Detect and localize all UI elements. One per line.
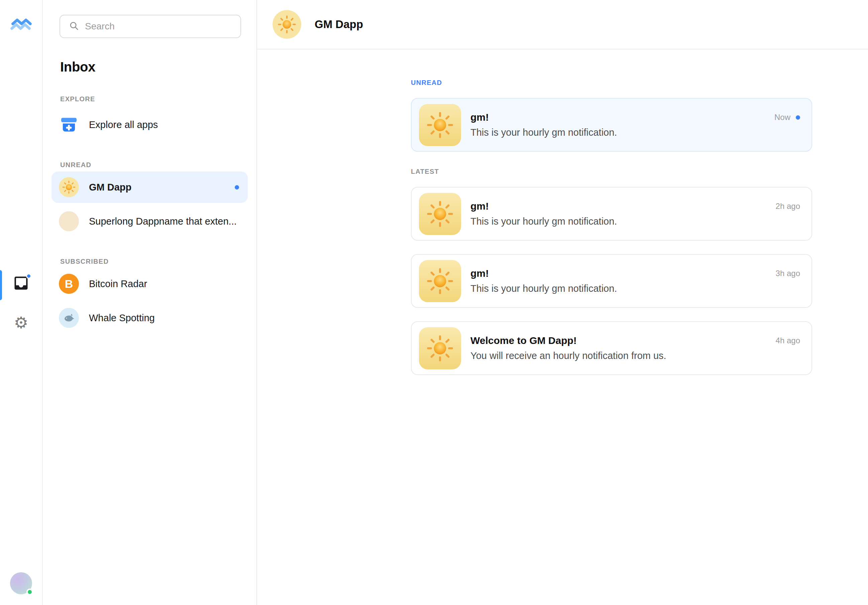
sidebar: Inbox EXPLORE Explore all apps UNREAD — [43, 0, 257, 605]
sun-icon — [419, 327, 461, 369]
notification-body: This is your hourly gm notification. — [470, 216, 800, 227]
notification-title: gm! — [470, 201, 489, 212]
sidebar-item-label: Superlong Dappname that exten... — [89, 216, 240, 227]
online-status-dot — [26, 589, 33, 595]
notification-content: gm! Now This is your hourly gm notificat… — [470, 111, 800, 138]
gear-icon: ⚙ — [14, 314, 28, 331]
section-label-subscribed: SUBSCRIBED — [60, 258, 242, 265]
notification-body: You will receive an hourly notification … — [470, 350, 800, 361]
whale-icon — [59, 308, 79, 328]
rail-item-settings[interactable]: ⚙ — [10, 311, 32, 334]
bitcoin-icon: B — [59, 274, 79, 294]
group-label-unread: UNREAD — [411, 79, 812, 87]
inbox-unread-dot — [26, 274, 31, 279]
app-window: ⚙ Inbox EXPLORE — [0, 0, 868, 605]
gm-dapp-avatar — [273, 10, 301, 39]
sidebar-item-label: Whale Spotting — [89, 313, 240, 323]
group-label-latest: LATEST — [411, 168, 812, 175]
sidebar-item-explore-all-apps[interactable]: Explore all apps — [51, 109, 248, 141]
sidebar-item-superlong-dappname[interactable]: Superlong Dappname that exten... — [51, 206, 248, 237]
sidebar-item-label: Bitcoin Radar — [89, 279, 240, 289]
sidebar-item-label: GM Dapp — [89, 182, 225, 193]
search-box[interactable] — [59, 15, 241, 38]
notification-body: This is your hourly gm notification. — [470, 127, 800, 138]
sidebar-item-whale-spotting[interactable]: Whale Spotting — [51, 302, 248, 334]
notification-card[interactable]: gm! 2h ago This is your hourly gm notifi… — [411, 187, 812, 241]
account-avatar[interactable] — [10, 572, 32, 594]
sun-icon — [419, 260, 461, 302]
sun-icon — [419, 104, 461, 146]
walletconnect-logo-icon[interactable] — [9, 13, 33, 37]
notification-title: gm! — [470, 268, 489, 279]
notification-content: Welcome to GM Dapp! 4h ago You will rece… — [470, 335, 800, 361]
notification-time: 3h ago — [776, 269, 800, 278]
notification-time: 4h ago — [776, 336, 800, 345]
sun-icon — [59, 177, 79, 197]
search-input[interactable] — [85, 21, 232, 32]
search-icon — [69, 21, 79, 32]
section-label-unread: UNREAD — [60, 161, 242, 169]
rail-item-notifications[interactable] — [10, 273, 32, 295]
notification-content: gm! 2h ago This is your hourly gm notifi… — [470, 201, 800, 227]
sidebar-item-label: Explore all apps — [89, 119, 240, 130]
unread-dot — [796, 115, 800, 120]
channel-header: GM Dapp — [257, 0, 868, 50]
blank-avatar — [59, 211, 79, 231]
main-panel: GM Dapp UNREAD — [257, 0, 868, 605]
notification-time: Now — [774, 113, 790, 122]
notifications-feed: UNREAD gm! — [411, 50, 812, 388]
notification-card[interactable]: Welcome to GM Dapp! 4h ago You will rece… — [411, 321, 812, 375]
notification-title: gm! — [470, 111, 489, 123]
notification-title: Welcome to GM Dapp! — [470, 335, 577, 346]
unread-dot — [235, 185, 239, 190]
explore-apps-icon — [59, 115, 79, 135]
section-label-explore: EXPLORE — [60, 95, 242, 103]
sidebar-item-bitcoin-radar[interactable]: B Bitcoin Radar — [51, 268, 248, 300]
notification-card-unread[interactable]: gm! Now This is your hourly gm notificat… — [411, 98, 812, 152]
active-rail-indicator — [0, 270, 2, 300]
notification-card[interactable]: gm! 3h ago This is your hourly gm notifi… — [411, 254, 812, 308]
notification-time: 2h ago — [776, 201, 800, 211]
channel-title: GM Dapp — [315, 18, 363, 31]
notification-content: gm! 3h ago This is your hourly gm notifi… — [470, 268, 800, 294]
sidebar-item-gm-dapp[interactable]: GM Dapp — [51, 172, 248, 203]
nav-rail: ⚙ — [0, 0, 43, 605]
sun-icon — [419, 193, 461, 235]
page-title: Inbox — [60, 59, 242, 74]
notification-body: This is your hourly gm notification. — [470, 283, 800, 294]
